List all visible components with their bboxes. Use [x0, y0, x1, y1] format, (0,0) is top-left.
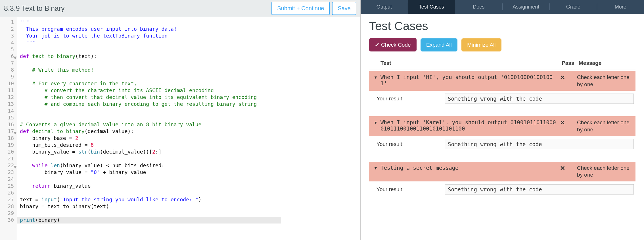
test-cases-panel: Test Cases ✔Check Code Expand All Minimi… — [361, 14, 644, 240]
your-result-label: Your result: — [371, 186, 445, 193]
tab-more[interactable]: More — [597, 0, 644, 14]
expand-all-button[interactable]: Expand All — [421, 38, 457, 51]
test-case: ▼Testing a secret message✕Check each let… — [369, 162, 635, 197]
check-code-button[interactable]: ✔Check Code — [369, 38, 417, 51]
editor-preview-pane — [281, 17, 360, 240]
check-icon: ✔ — [375, 42, 379, 48]
your-result-value: Something wrong with the code — [445, 184, 634, 195]
tab-assignment[interactable]: Assignment — [503, 0, 550, 14]
your-result-label: Your result: — [371, 96, 445, 102]
tab-output[interactable]: Output — [361, 0, 408, 14]
line-gutter: 123456 7891011121314151617 1819202122 23… — [0, 17, 17, 240]
collapse-toggle-icon[interactable]: ▼ — [371, 119, 380, 125]
tab-test-cases[interactable]: Test Cases — [408, 0, 455, 14]
panel-buttons: ✔Check Code Expand All Minimize All — [369, 38, 635, 51]
tab-grade[interactable]: Grade — [550, 0, 597, 14]
minimize-all-button[interactable]: Minimize All — [461, 38, 501, 51]
test-message: Check each letter one by one — [577, 74, 634, 88]
your-result-value: Something wrong with the code — [445, 94, 634, 104]
collapse-toggle-icon[interactable]: ▼ — [371, 165, 380, 170]
code-editor[interactable]: 123456 7891011121314151617 1819202122 23… — [0, 17, 360, 240]
pass-indicator: ✕ — [560, 165, 577, 172]
your-result-label: Your result: — [371, 141, 445, 147]
save-button[interactable]: Save — [332, 2, 356, 15]
collapse-toggle-icon[interactable]: ▼ — [371, 74, 380, 80]
submit-continue-button[interactable]: Submit + Continue — [271, 2, 330, 15]
test-message: Check each letter one by one — [577, 119, 634, 133]
code-area[interactable]: """ This program encodes user input into… — [17, 17, 281, 240]
test-description: Testing a secret message — [380, 165, 560, 171]
test-table-header: Test Pass Message — [369, 57, 635, 69]
exercise-title: 8.3.9 Text to Binary — [4, 4, 271, 13]
pass-indicator: ✕ — [560, 74, 577, 81]
pass-indicator: ✕ — [560, 119, 577, 127]
tab-docs[interactable]: Docs — [455, 0, 502, 14]
right-tabs: OutputTest CasesDocsAssignmentGradeMore — [361, 0, 644, 14]
test-case-list: ▼When I input 'HI', you should output '0… — [369, 71, 635, 197]
th-pass: Pass — [562, 60, 579, 66]
test-description: When I input 'HI', you should output '01… — [380, 74, 560, 86]
test-message: Check each letter one by one — [577, 165, 634, 179]
test-case: ▼When I input 'Karel', you should output… — [369, 116, 635, 152]
panel-title: Test Cases — [369, 19, 635, 33]
editor-header: 8.3.9 Text to Binary Submit + Continue S… — [0, 0, 360, 17]
test-description: When I input 'Karel', you should output … — [380, 119, 560, 132]
th-test: Test — [380, 60, 562, 66]
th-message: Message — [579, 60, 635, 66]
your-result-value: Something wrong with the code — [445, 139, 634, 149]
test-case: ▼When I input 'HI', you should output '0… — [369, 71, 635, 107]
